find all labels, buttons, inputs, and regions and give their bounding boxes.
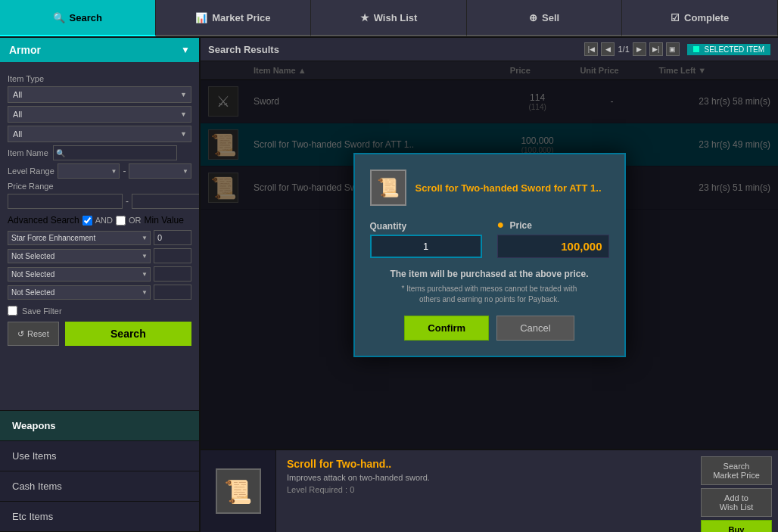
adv-select-4-wrapper: Not Selected (8, 285, 151, 300)
save-filter-label: Save Filter (22, 306, 62, 316)
item-type-select-1[interactable]: All (8, 86, 191, 103)
modal-notice: The item will be purchased at the above … (370, 269, 609, 279)
category-dropdown[interactable]: Armor ▼ (0, 38, 199, 62)
first-page-button[interactable]: |◀ (584, 42, 598, 56)
modal-scroll-icon: 📜 (377, 177, 400, 198)
results-table-wrapper: Item Name ▲ Price Unit Price Time Left ▼ (201, 61, 778, 449)
and-label: AND (95, 216, 113, 225)
selected-item-badge: SELECTED ITEM (687, 44, 770, 55)
results-title: Search Results (208, 44, 577, 55)
level-range-row: Level Range - (8, 163, 191, 179)
top-navigation: 🔍 Search 📊 Market Price ★ Wish List ⊕ Se… (0, 0, 778, 38)
detail-description: Improves attack on two-handed sword. (287, 473, 684, 482)
last-page-button[interactable]: ▶| (649, 42, 663, 56)
tab-market-price-label: Market Price (212, 12, 270, 23)
cancel-button[interactable]: Cancel (496, 316, 574, 341)
adv-select-1[interactable]: Star Force Enhancement Not Selected (8, 231, 151, 245)
item-type-select-2[interactable]: All (8, 106, 191, 123)
reset-icon: ↺ (17, 329, 24, 339)
price-display: 100,000 (497, 235, 609, 258)
adv-select-3[interactable]: Not Selected (8, 267, 151, 282)
adv-select-2-wrapper: Not Selected (8, 249, 151, 263)
adv-select-4[interactable]: Not Selected (8, 285, 151, 300)
save-filter-checkbox[interactable] (8, 306, 17, 316)
add-to-wish-list-button[interactable]: Add toWish List (701, 488, 772, 517)
main-layout: Armor ▼ Item Type All All All Item (0, 38, 778, 532)
level-min-wrapper (58, 163, 120, 179)
detail-item-name: Scroll for Two-hand.. (287, 458, 684, 470)
category-etc-items[interactable]: Etc Items (0, 502, 199, 532)
next-page-button[interactable]: ▶ (633, 42, 646, 56)
action-buttons: ↺ Reset Search (8, 322, 191, 346)
filter-area: Item Type All All All Item Name 🔍 (0, 62, 199, 410)
price-range-label: Price Range (8, 182, 191, 191)
bottom-categories: Weapons Use Items Cash Items Etc Items (0, 410, 199, 532)
reset-label: Reset (27, 329, 49, 338)
modal-item-name: Scroll for Two-handed Sword for ATT 1.. (415, 182, 602, 194)
price-min-input[interactable] (8, 194, 123, 209)
detail-panel: 📜 Scroll for Two-hand.. Improves attack … (201, 449, 778, 532)
tab-wish-list[interactable]: ★ Wish List (311, 0, 467, 36)
selected-item-label: SELECTED ITEM (705, 45, 764, 54)
tab-sell[interactable]: ⊕ Sell (467, 0, 623, 36)
tab-market-price[interactable]: 📊 Market Price (156, 0, 312, 36)
level-min-input[interactable] (58, 163, 120, 179)
modal-overlay: 📜 Scroll for Two-handed Sword for ATT 1.… (201, 61, 778, 449)
buy-button[interactable]: Buy (701, 520, 772, 532)
detail-info: Scroll for Two-hand.. Improves attack on… (276, 450, 695, 532)
or-label: OR (129, 216, 142, 225)
modal-warning: * Items purchased with mesos cannot be t… (370, 284, 609, 305)
item-type-select-2-wrapper: All (8, 106, 191, 123)
and-checkbox[interactable] (82, 216, 92, 226)
star-icon: ★ (360, 12, 369, 23)
adv-value-3[interactable] (154, 266, 191, 282)
category-weapons[interactable]: Weapons (0, 411, 199, 441)
tab-complete-label: Complete (684, 12, 729, 23)
sidebar: Armor ▼ Item Type All All All Item (0, 38, 201, 532)
tab-wish-list-label: Wish List (374, 12, 418, 23)
weapons-label: Weapons (12, 420, 56, 431)
category-use-items[interactable]: Use Items (0, 441, 199, 471)
tab-search[interactable]: 🔍 Search (0, 0, 156, 36)
detail-scroll-icon: 📜 (224, 478, 252, 505)
category-cash-items[interactable]: Cash Items (0, 471, 199, 502)
advanced-search-row: Advanced Search AND OR Min Value (8, 215, 191, 226)
pagination: |◀ ◀ 1/1 ▶ ▶| ▣ (584, 42, 679, 56)
adv-value-1[interactable] (154, 230, 191, 245)
tab-sell-label: Sell (542, 12, 559, 23)
item-type-select-3[interactable]: All (8, 126, 191, 142)
adv-select-2[interactable]: Not Selected (8, 249, 151, 263)
quantity-field: Quantity (370, 221, 482, 258)
adv-select-1-wrapper: Star Force Enhancement Not Selected (8, 231, 151, 245)
price-dash: - (126, 196, 129, 207)
search-market-price-button[interactable]: SearchMarket Price (701, 456, 772, 485)
chevron-down-icon: ▼ (181, 45, 190, 55)
quantity-input[interactable] (370, 235, 482, 258)
content-area: Search Results |◀ ◀ 1/1 ▶ ▶| ▣ SELECTED … (201, 38, 778, 532)
adv-value-4[interactable] (154, 285, 191, 300)
prev-page-button[interactable]: ◀ (601, 42, 615, 56)
item-name-label: Item Name (8, 148, 48, 157)
results-header: Search Results |◀ ◀ 1/1 ▶ ▶| ▣ SELECTED … (201, 38, 778, 61)
item-name-row: Item Name 🔍 (8, 145, 191, 160)
min-value-label: Min Value (144, 215, 183, 226)
adv-filter-row-1: Star Force Enhancement Not Selected (8, 230, 191, 245)
tab-complete[interactable]: ☑ Complete (622, 0, 778, 36)
item-type-select-1-wrapper: All (8, 86, 191, 103)
search-button[interactable]: Search (65, 322, 191, 346)
level-max-input[interactable] (129, 163, 191, 179)
item-name-input[interactable] (53, 145, 177, 160)
item-type-select-3-wrapper: All (8, 126, 191, 142)
or-checkbox[interactable] (116, 216, 126, 226)
adv-filter-row-2: Not Selected (8, 248, 191, 263)
adv-value-2[interactable] (154, 248, 191, 263)
detail-level: Level Required : 0 (287, 485, 684, 494)
etc-items-label: Etc Items (12, 511, 53, 522)
confirm-button[interactable]: Confirm (404, 316, 489, 341)
price-max-input[interactable] (132, 194, 199, 209)
extra-page-button[interactable]: ▣ (666, 42, 680, 56)
price-dot: ● (497, 218, 505, 231)
reset-button[interactable]: ↺ Reset (8, 322, 59, 346)
cash-items-label: Cash Items (12, 481, 62, 492)
quantity-label: Quantity (370, 221, 482, 232)
